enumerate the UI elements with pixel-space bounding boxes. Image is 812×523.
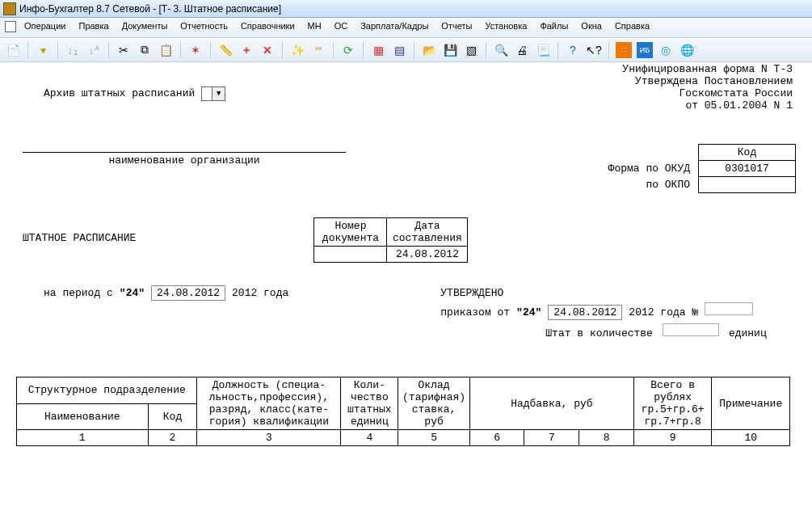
num-date-table: Номер документа Дата составления 24.08.2…: [313, 217, 468, 263]
col-addon: Надбавка, руб: [469, 377, 633, 430]
period-date-input[interactable]: 24.08.2012: [151, 285, 225, 301]
order-num-sign: №: [692, 306, 699, 318]
menu-edit[interactable]: Правка: [74, 19, 113, 36]
order-date-input[interactable]: 24.08.2012: [548, 305, 622, 320]
menubar: Операции Правка Документы Отчетность Спр…: [0, 18, 812, 38]
menu-reports[interactable]: Отчетность: [175, 19, 233, 36]
menu-windows[interactable]: Окна: [576, 19, 607, 36]
ruler-icon[interactable]: 📏: [217, 42, 234, 58]
menu-documents[interactable]: Документы: [117, 19, 173, 36]
print-icon[interactable]: 🖨: [514, 42, 530, 58]
doc-date-input[interactable]: 24.08.2012: [387, 247, 468, 263]
menu-setup[interactable]: Установка: [480, 19, 532, 36]
approved-label: УТВЕРЖДЕНО: [440, 287, 766, 299]
order-prefix: приказом от: [440, 306, 510, 318]
coln-9: 9: [633, 430, 712, 446]
menu-operations[interactable]: Операции: [19, 19, 70, 36]
window-title: Инфо-Бухгалтер 8.7 Сетевой - [Т- 3. Штат…: [19, 3, 281, 15]
document-area: Архив штатных расписаний ▼ Унифицированн…: [0, 62, 812, 462]
toolbar: 📄 ▾ ↓₁ ↓ᴬ ✂ ⧉ 📋 ✶ 📏 + ✕ ✨ ᴬᴮ ⟳ ▦ ▤ 📂 💾 ▧…: [0, 38, 812, 62]
coln-1: 1: [17, 430, 149, 446]
help-icon[interactable]: ?: [565, 42, 581, 58]
order-day: "24": [516, 306, 541, 318]
archive-dropdown[interactable]: ▼: [201, 86, 225, 101]
col-position: Должность (специа- льность,профессия), р…: [197, 377, 341, 430]
menu-refs[interactable]: Справочники: [236, 19, 300, 36]
num-header: Номер документа: [314, 218, 387, 247]
col-note: Примечание: [712, 377, 790, 430]
coln-2: 2: [148, 430, 197, 446]
link-icon[interactable]: ✶: [187, 42, 204, 58]
col-code: Код: [148, 403, 197, 430]
export-icon[interactable]: ▧: [463, 42, 479, 58]
okud-value: 0301017: [699, 161, 796, 177]
codes-table: Код Форма по ОКУД 0301017 по ОКПО: [604, 144, 796, 193]
col-struct: Структурное подразделение: [17, 377, 197, 404]
doc-number-input[interactable]: [314, 247, 387, 263]
form-line-4: от 05.01.2004 N 1: [622, 99, 793, 112]
order-number-input[interactable]: [705, 302, 753, 315]
staff-prefix: Штат в количестве: [545, 327, 653, 340]
plus-icon[interactable]: +: [238, 42, 255, 58]
coln-4: 4: [341, 430, 398, 446]
grid-icon[interactable]: ▦: [370, 42, 386, 58]
wizard-icon[interactable]: ✨: [289, 42, 305, 58]
period-suffix: 2012 года: [232, 287, 288, 299]
coln-5: 5: [398, 430, 469, 446]
okud-label: Форма по ОКУД: [604, 161, 699, 177]
col-total: Всего в рублях гр.5+гр.6+ гр.7+гр.8: [633, 377, 712, 430]
refresh-icon[interactable]: ⟳: [340, 42, 356, 58]
sort-asc-icon[interactable]: ↓₁: [65, 42, 81, 58]
form-line-2: Утверждена Постановлением: [622, 75, 793, 87]
save-icon[interactable]: 💾: [442, 42, 458, 58]
coln-10: 10: [712, 430, 790, 446]
menu-os[interactable]: ОС: [330, 19, 353, 36]
tool-globe-icon[interactable]: 🌐: [679, 42, 695, 58]
filter-icon[interactable]: ▾: [35, 42, 51, 58]
menu-help[interactable]: Справка: [610, 19, 654, 36]
main-table: Структурное подразделение Должность (спе…: [16, 377, 790, 446]
coln-6: 6: [469, 430, 524, 446]
abc-icon[interactable]: ᴬᴮ: [310, 42, 326, 58]
delete-icon[interactable]: ✕: [259, 42, 276, 58]
copy-icon[interactable]: ⧉: [137, 42, 153, 58]
sort-desc-icon[interactable]: ↓ᴬ: [86, 42, 102, 58]
menu-reports2[interactable]: Отчеты: [436, 19, 477, 36]
toolbar-btn-1[interactable]: 📄: [5, 42, 21, 58]
form-line-1: Унифицированная форма N Т-3: [622, 63, 793, 75]
col-name: Наименование: [17, 403, 149, 430]
coln-8: 8: [579, 430, 634, 446]
date-header: Дата составления: [387, 218, 468, 247]
menu-mn[interactable]: МН: [303, 19, 326, 36]
col-qty: Коли- чество штатных единиц: [341, 377, 398, 430]
tool-blue-icon[interactable]: ИБ: [637, 42, 653, 58]
tool-orange-icon[interactable]: ∷: [616, 42, 632, 58]
menu-files[interactable]: Файлы: [535, 19, 573, 36]
coln-7: 7: [524, 430, 579, 446]
menu-salary[interactable]: Зарплата/Кадры: [356, 19, 433, 36]
okpo-value[interactable]: [699, 177, 796, 193]
window-titlebar: Инфо-Бухгалтер 8.7 Сетевой - [Т- 3. Штат…: [0, 0, 812, 18]
period-day: "24": [120, 287, 145, 299]
app-icon: [3, 2, 16, 15]
cut-icon[interactable]: ✂: [116, 42, 132, 58]
page-icon[interactable]: 📃: [535, 42, 551, 58]
staff-suffix: единиц: [729, 327, 767, 340]
form-line-3: Госкомстата России: [622, 87, 793, 99]
staff-qty-input[interactable]: [663, 323, 719, 336]
whatsthis-icon[interactable]: ↖?: [586, 42, 602, 58]
kod-header: Код: [699, 145, 796, 161]
open-icon[interactable]: 📂: [421, 42, 437, 58]
preview-icon[interactable]: 🔍: [493, 42, 509, 58]
paste-icon[interactable]: 📋: [158, 42, 174, 58]
chevron-down-icon[interactable]: ▼: [212, 87, 225, 100]
menu-doc-icon[interactable]: [3, 19, 16, 36]
calc-icon[interactable]: ▤: [391, 42, 407, 58]
col-salary: Оклад (тарифная) ставка, руб: [398, 377, 469, 430]
order-suffix: 2012 года: [629, 306, 685, 318]
tool-tv-icon[interactable]: ◎: [658, 42, 674, 58]
okpo-label: по ОКПО: [604, 177, 699, 193]
document-title: ШТАТНОЕ РАСПИСАНИЕ: [23, 217, 136, 244]
period-prefix: на период с: [44, 287, 113, 299]
coln-3: 3: [197, 430, 341, 446]
